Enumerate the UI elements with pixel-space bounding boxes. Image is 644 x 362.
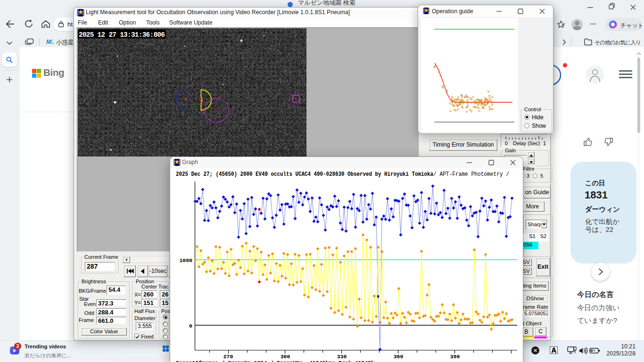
svg-text:360: 360 <box>394 354 404 360</box>
svg-text:390: 390 <box>450 354 460 360</box>
svg-text:270: 270 <box>223 354 233 360</box>
svg-text:0: 0 <box>189 323 192 329</box>
svg-text:330: 330 <box>337 354 347 360</box>
svg-text:1000: 1000 <box>179 257 192 263</box>
svg-text:Frame15frames / FrameNo.1254 /: Frame15frames / FrameNo.1254 / FrameUNo.… <box>176 360 374 362</box>
svg-text:2025 12 27 13:31:36:806: 2025 12 27 13:31:36:806 <box>79 31 165 39</box>
svg-text:300: 300 <box>281 354 290 360</box>
